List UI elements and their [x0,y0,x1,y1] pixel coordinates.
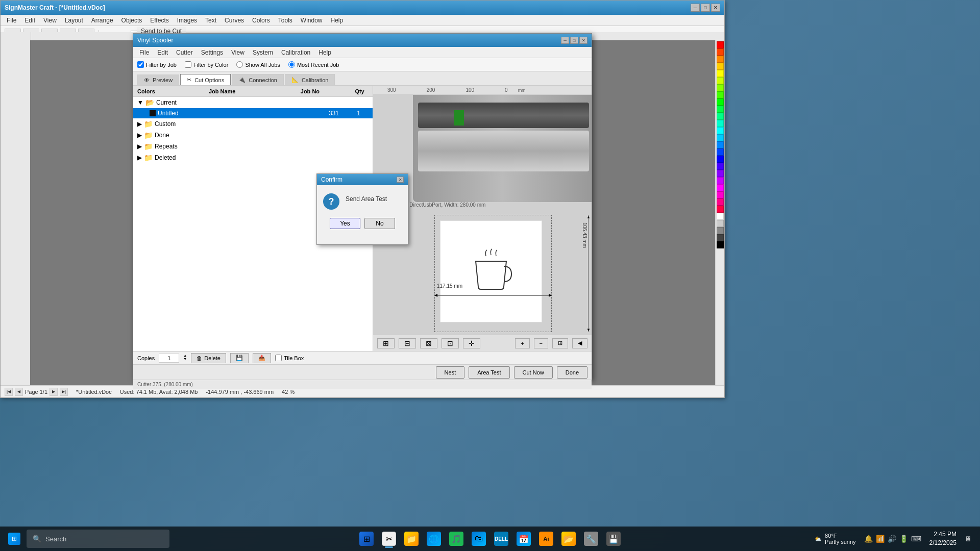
nest-button[interactable]: Nest [436,366,465,379]
menu-layout[interactable]: Layout [61,16,87,25]
palette-color-swatch[interactable] [717,141,724,148]
palette-color-swatch[interactable] [717,156,724,163]
preview-btn-1[interactable]: ⊞ [377,338,395,348]
palette-color-swatch[interactable] [717,98,724,106]
preview-btn-5[interactable]: ✛ [463,338,480,348]
scroll-btn[interactable]: ◀ [572,338,587,348]
tab-calibration[interactable]: 📐 Calibration [285,74,335,85]
battery-icon[interactable]: 🔋 [899,535,908,543]
preview-btn-4[interactable]: ⊡ [442,338,459,348]
folder-done[interactable]: ▶ 📁 Done [133,130,373,141]
minimize-button[interactable]: ─ [691,4,700,12]
job-item-black[interactable]: Untitled 331 1 [133,108,373,118]
keyboard-icon[interactable]: ⌨ [911,535,921,543]
menu-colors[interactable]: Colors [248,16,274,25]
show-all-jobs-input[interactable] [236,61,243,68]
palette-color-swatch[interactable] [717,134,724,141]
folder-custom[interactable]: ▶ 📁 Custom [133,118,373,130]
taskbar-app-illustrator[interactable]: Ai [536,529,556,549]
vs-menu-system[interactable]: System [249,48,277,57]
menu-text[interactable]: Text [201,16,220,25]
palette-color-swatch[interactable] [717,77,724,84]
taskbar-app-folder2[interactable]: 📂 [558,529,579,549]
menu-curves[interactable]: Curves [220,16,248,25]
show-desktop-btn[interactable]: 🖥 [965,535,972,543]
vs-menu-settings[interactable]: Settings [197,48,227,57]
taskbar-app-signmaster[interactable]: ✂ [379,529,399,549]
palette-color-swatch[interactable] [717,48,724,56]
vs-minimize-btn[interactable]: ─ [561,37,569,44]
palette-color-swatch[interactable] [717,241,724,248]
menu-window[interactable]: Window [297,16,327,25]
taskbar-app-knife[interactable]: 🔧 [581,529,601,549]
palette-color-swatch[interactable] [717,84,724,91]
palette-color-swatch[interactable] [717,113,724,120]
prev-page-btn[interactable]: ◀ [15,388,23,396]
palette-color-swatch[interactable] [717,63,724,70]
vs-menu-cutter[interactable]: Cutter [172,48,197,57]
palette-color-swatch[interactable] [717,91,724,98]
palette-color-swatch[interactable] [717,227,724,234]
folder-deleted[interactable]: ▶ 📁 Deleted [133,152,373,163]
palette-color-swatch[interactable] [717,56,724,63]
palette-color-swatch[interactable] [717,177,724,184]
palette-color-swatch[interactable] [717,106,724,113]
menu-images[interactable]: Images [173,16,201,25]
copies-spinner[interactable]: ▲ ▼ [183,354,187,363]
most-recent-job-input[interactable] [288,61,295,68]
tab-preview[interactable]: 👁 Preview [137,74,179,85]
done-button[interactable]: Done [557,366,587,379]
next-page-btn[interactable]: ▶ [50,388,58,396]
zoom-out-btn[interactable]: − [534,338,548,348]
tile-box-checkbox[interactable]: Tile Box [275,355,304,361]
palette-color-swatch[interactable] [717,220,724,227]
cut-now-button[interactable]: Cut Now [514,366,553,379]
palette-color-swatch[interactable] [717,41,724,48]
close-button[interactable]: ✕ [711,4,720,12]
zoom-fit-btn[interactable]: ⊞ [552,338,568,348]
palette-color-swatch[interactable] [717,206,724,213]
preview-btn-3[interactable]: ⊠ [420,338,437,348]
palette-color-swatch[interactable] [717,148,724,156]
most-recent-job-radio[interactable]: Most Recent Job [288,61,339,68]
clock[interactable]: 2:45 PM 2/12/2025 [925,530,961,547]
zoom-in-btn[interactable]: + [515,338,529,348]
vs-menu-help[interactable]: Help [314,48,335,57]
folder-repeats[interactable]: ▶ 📁 Repeats [133,141,373,152]
filter-by-color-checkbox[interactable]: Filter by Color [185,61,228,68]
delete-button[interactable]: 🗑 Delete [191,353,226,363]
menu-effects[interactable]: Effects [146,16,173,25]
taskbar-app-calendar[interactable]: 📅 [513,529,534,549]
menu-view[interactable]: View [39,16,61,25]
save-button-vs[interactable]: 💾 [230,353,249,363]
taskbar-app-explorer[interactable]: 📁 [401,529,422,549]
menu-file[interactable]: File [3,16,20,25]
taskbar-app-store[interactable]: 🛍 [469,529,489,549]
menu-objects[interactable]: Objects [117,16,146,25]
palette-color-swatch[interactable] [717,70,724,77]
palette-color-swatch[interactable] [717,127,724,134]
volume-icon[interactable]: 🔊 [888,535,896,543]
confirm-close-btn[interactable]: ✕ [397,177,404,183]
palette-color-swatch[interactable] [717,120,724,127]
taskbar-search[interactable]: 🔍 Search [27,530,169,548]
palette-color-swatch[interactable] [717,213,724,220]
palette-color-swatch[interactable] [717,184,724,191]
palette-color-swatch[interactable] [717,191,724,198]
vs-menu-view[interactable]: View [227,48,249,57]
taskbar-app-edge[interactable]: 🌐 [424,529,444,549]
vs-menu-edit[interactable]: Edit [153,48,172,57]
area-test-button[interactable]: Area Test [469,366,509,379]
vs-close-btn[interactable]: ✕ [579,37,587,44]
copies-input[interactable] [159,354,179,363]
taskbar-app-dell[interactable]: DELL [491,529,511,549]
notification-icon[interactable]: 🔔 [864,535,873,543]
menu-help[interactable]: Help [327,16,348,25]
vs-menu-file[interactable]: File [135,48,153,57]
folder-current[interactable]: ▼ 📂 Current [133,97,373,108]
preview-btn-2[interactable]: ⊟ [399,338,416,348]
palette-color-swatch[interactable] [717,234,724,241]
palette-color-swatch[interactable] [717,163,724,170]
confirm-no-btn[interactable]: No [364,218,395,229]
taskbar-app-widgets[interactable]: ⊞ [356,529,377,549]
